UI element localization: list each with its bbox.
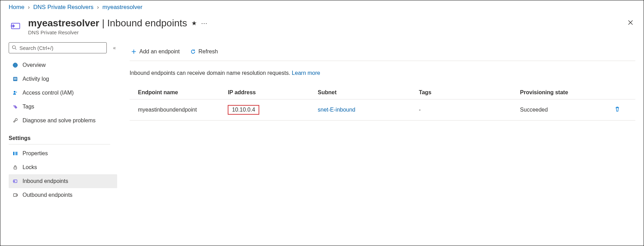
outbound-icon bbox=[12, 192, 18, 198]
add-endpoint-button[interactable]: Add an endpoint bbox=[130, 46, 181, 57]
svg-rect-11 bbox=[15, 152, 16, 155]
svg-point-7 bbox=[14, 91, 16, 93]
svg-rect-12 bbox=[16, 152, 17, 155]
plus-icon bbox=[131, 49, 137, 54]
toolbar: Add an endpoint Refresh bbox=[130, 42, 635, 61]
column-header-ip-address[interactable]: IP address bbox=[219, 86, 309, 99]
sidebar-item-inbound-endpoints[interactable]: Inbound endpoints bbox=[9, 174, 117, 188]
sidebar-item-label: Activity log bbox=[23, 76, 49, 82]
cell-ip-address: 10.10.0.4 bbox=[219, 99, 309, 121]
toolbar-button-label: Refresh bbox=[199, 49, 218, 55]
wrench-icon bbox=[12, 117, 18, 124]
table-row[interactable]: myeastinboundendpoint 10.10.0.4 snet-E-i… bbox=[130, 99, 635, 121]
refresh-icon bbox=[190, 49, 196, 54]
sidebar-item-diagnose[interactable]: Diagnose and solve problems bbox=[9, 114, 117, 128]
sidebar-item-label: Locks bbox=[23, 164, 37, 170]
breadcrumb-home[interactable]: Home bbox=[9, 4, 24, 11]
dns-resolver-icon bbox=[9, 19, 23, 33]
breadcrumb-dns-private-resolvers[interactable]: DNS Private Resolvers bbox=[33, 4, 94, 11]
more-menu-icon[interactable]: ⋯ bbox=[201, 19, 207, 27]
properties-icon bbox=[12, 150, 18, 157]
svg-rect-5 bbox=[14, 78, 17, 79]
lock-icon bbox=[12, 164, 18, 170]
svg-point-1 bbox=[12, 45, 16, 49]
sidebar-search[interactable] bbox=[9, 42, 107, 53]
subnet-link[interactable]: snet-E-inbound bbox=[318, 107, 356, 113]
log-icon bbox=[12, 76, 18, 82]
info-text: Inbound endpoints can receive domain nam… bbox=[130, 61, 635, 86]
inbound-icon bbox=[12, 178, 18, 184]
sidebar-item-properties[interactable]: Properties bbox=[9, 147, 117, 160]
resource-type-label: DNS Private Resolver bbox=[28, 29, 207, 35]
collapse-sidebar-icon[interactable]: « bbox=[112, 44, 117, 52]
sidebar-section-settings: Settings bbox=[9, 128, 110, 144]
sidebar-item-label: Tags bbox=[23, 104, 34, 110]
sidebar: « Overview Activity log Access control (… bbox=[0, 42, 120, 246]
resource-header: myeastresolver | Inbound endpoints ★ ⋯ D… bbox=[0, 13, 644, 42]
sidebar-item-label: Inbound endpoints bbox=[23, 178, 68, 184]
breadcrumb: Home › DNS Private Resolvers › myeastres… bbox=[0, 0, 644, 13]
svg-rect-6 bbox=[14, 79, 17, 80]
column-header-provisioning-state[interactable]: Provisioning state bbox=[512, 86, 601, 99]
close-button[interactable] bbox=[626, 18, 635, 29]
search-input[interactable] bbox=[19, 45, 104, 51]
cell-provisioning-state: Succeeded bbox=[512, 99, 601, 121]
delete-icon[interactable] bbox=[615, 107, 620, 113]
cell-endpoint-name: myeastinboundendpoint bbox=[130, 99, 219, 121]
globe-icon bbox=[12, 62, 18, 68]
svg-rect-13 bbox=[14, 167, 17, 169]
column-header-tags[interactable]: Tags bbox=[411, 86, 512, 99]
sidebar-item-activity-log[interactable]: Activity log bbox=[9, 72, 117, 86]
tag-icon bbox=[12, 104, 18, 110]
cell-tags: - bbox=[411, 99, 512, 121]
breadcrumb-myeastresolver[interactable]: myeastresolver bbox=[103, 4, 142, 11]
main-content: Add an endpoint Refresh Inbound endpoint… bbox=[120, 42, 644, 246]
sidebar-item-outbound-endpoints[interactable]: Outbound endpoints bbox=[9, 188, 117, 202]
sidebar-item-access-control[interactable]: Access control (IAM) bbox=[9, 86, 117, 100]
page-title: myeastresolver | Inbound endpoints bbox=[28, 18, 187, 29]
sidebar-item-overview[interactable]: Overview bbox=[9, 58, 117, 72]
sidebar-item-label: Outbound endpoints bbox=[23, 192, 72, 198]
sidebar-item-locks[interactable]: Locks bbox=[9, 160, 117, 174]
column-header-subnet[interactable]: Subnet bbox=[310, 86, 411, 99]
sidebar-item-label: Overview bbox=[23, 62, 46, 68]
refresh-button[interactable]: Refresh bbox=[189, 46, 219, 57]
chevron-right-icon: › bbox=[28, 4, 30, 11]
svg-point-8 bbox=[16, 91, 17, 93]
cell-subnet: snet-E-inbound bbox=[310, 99, 411, 121]
column-header-endpoint-name[interactable]: Endpoint name bbox=[130, 86, 219, 99]
svg-rect-10 bbox=[13, 152, 14, 155]
sidebar-item-tags[interactable]: Tags bbox=[9, 100, 117, 114]
endpoints-table: Endpoint name IP address Subnet Tags Pro… bbox=[130, 86, 635, 121]
chevron-right-icon: › bbox=[97, 4, 99, 11]
sidebar-item-label: Diagnose and solve problems bbox=[23, 117, 96, 124]
search-icon bbox=[12, 45, 17, 51]
sidebar-item-label: Access control (IAM) bbox=[23, 90, 74, 96]
toolbar-button-label: Add an endpoint bbox=[139, 49, 180, 55]
learn-more-link[interactable]: Learn more bbox=[292, 70, 320, 76]
sidebar-item-label: Properties bbox=[23, 150, 48, 157]
favorite-star-icon[interactable]: ★ bbox=[191, 19, 197, 27]
people-icon bbox=[12, 90, 18, 96]
svg-point-9 bbox=[14, 106, 15, 107]
